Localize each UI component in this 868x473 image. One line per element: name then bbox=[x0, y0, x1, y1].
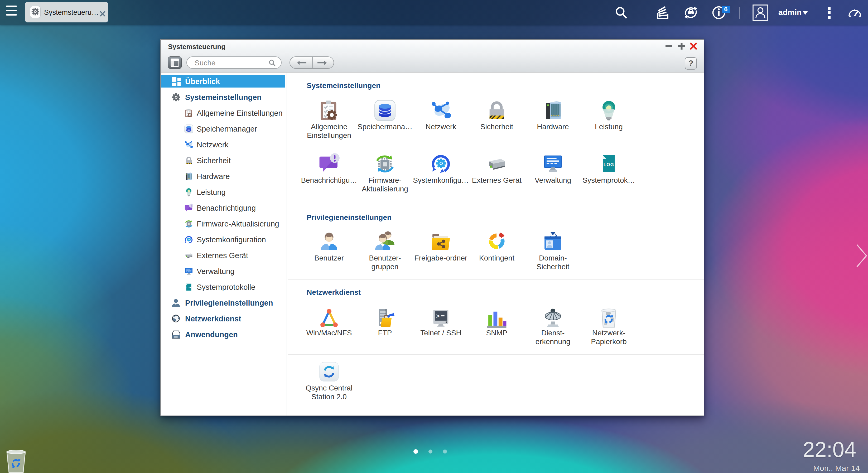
svg-text:6: 6 bbox=[724, 6, 727, 13]
